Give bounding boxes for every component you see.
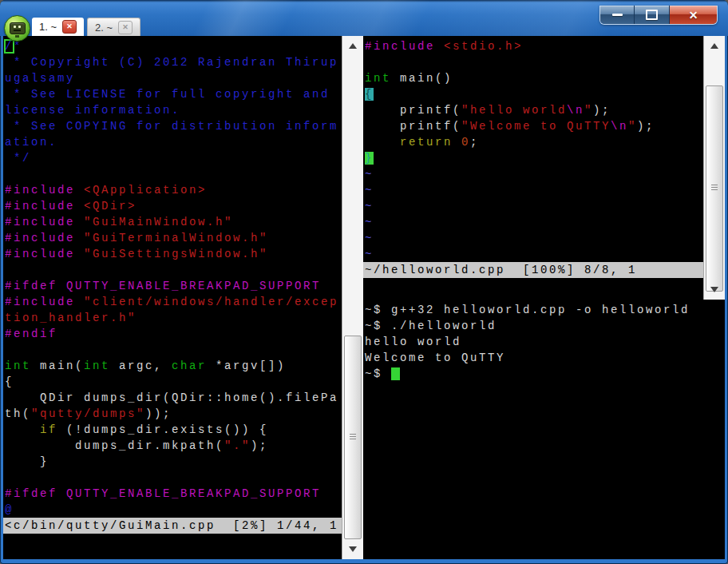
terminal-line: ~$ ./helloworld bbox=[363, 318, 725, 334]
code-segment bbox=[75, 216, 84, 228]
tab-1-close-icon[interactable]: ✕ bbox=[62, 20, 77, 34]
terminal-line: tion_handler.h" bbox=[3, 310, 342, 326]
terminal-line: * See LICENSE for full copyright and bbox=[3, 86, 342, 102]
terminal-pane-vim-helloworld[interactable]: #include <stdio.h>int main(){ printf("he… bbox=[363, 36, 725, 300]
code-segment: "GuiTerminalWindow.h" bbox=[84, 232, 268, 244]
terminal-line: { bbox=[363, 86, 703, 102]
code-segment: (!dumps_dir.exists()) { bbox=[57, 423, 268, 436]
maximize-icon bbox=[646, 10, 658, 20]
terminal-line: if (!dumps_dir.exists()) { bbox=[3, 422, 342, 438]
code-segment: ~$ bbox=[365, 367, 391, 380]
tab-2[interactable]: 2. ~ ✕ bbox=[87, 18, 140, 37]
code-segment bbox=[435, 40, 444, 53]
code-segment: ~ bbox=[365, 216, 374, 228]
code-segment: ~ bbox=[365, 184, 374, 197]
terminal-line: th("qutty/dumps")); bbox=[3, 406, 342, 422]
logo-mouth bbox=[14, 30, 21, 31]
code-segment: " bbox=[628, 120, 637, 133]
terminal-line: #include "GuiSettingsWindow.h" bbox=[3, 246, 342, 262]
code-segment: )); bbox=[145, 407, 172, 420]
terminal-line: Welcome to QuTTY bbox=[363, 350, 725, 366]
titlebar[interactable]: 1. ~ ✕ 2. ~ ✕ ✕ bbox=[0, 0, 728, 36]
code-segment: { bbox=[365, 88, 374, 101]
code-segment: \n bbox=[611, 120, 628, 133]
code-segment: ugalsamy bbox=[5, 72, 75, 85]
code-segment: if bbox=[40, 423, 57, 436]
vim-left-statusline: <c/bin/qutty/GuiMain.cpp [2%] 1/44, 1 bbox=[3, 518, 342, 534]
code-segment: * Copyright (C) 2012 Rajendran Thirup bbox=[5, 56, 338, 69]
qutty-logo-icon bbox=[10, 22, 26, 34]
terminal-line: */ bbox=[3, 150, 342, 166]
app-menu-icon[interactable] bbox=[4, 15, 30, 42]
code-segment: char bbox=[172, 359, 207, 372]
scroll-down-icon[interactable] bbox=[349, 546, 357, 552]
terminal-line: } bbox=[363, 150, 703, 166]
code-segment bbox=[453, 136, 461, 149]
terminal-line: ~ bbox=[363, 182, 703, 198]
terminal-line: return 0; bbox=[363, 134, 703, 150]
terminal-line bbox=[3, 262, 342, 278]
scroll-down-icon[interactable] bbox=[710, 287, 718, 292]
terminal-line: #include <stdio.h> bbox=[363, 38, 703, 54]
terminal-line: } bbox=[3, 454, 342, 470]
code-segment: Welcome to QuTTY bbox=[365, 352, 505, 364]
scroll-up-icon[interactable] bbox=[710, 43, 718, 49]
scrollbar-left[interactable] bbox=[342, 36, 363, 559]
logo-stand bbox=[15, 35, 19, 38]
terminal-line: #include "client/windows/handler/excep bbox=[3, 294, 342, 310]
code-segment: #endif bbox=[5, 328, 57, 340]
tab-1-label: 1. ~ bbox=[39, 21, 57, 33]
terminal-line: dumps_dir.mkpath("."); bbox=[3, 438, 342, 454]
code-segment: dumps_dir.mkpath( bbox=[5, 439, 224, 452]
tab-1[interactable]: 1. ~ ✕ bbox=[32, 18, 84, 36]
terminal-line: printf("hello world\n"); bbox=[363, 102, 703, 118]
cursor: } bbox=[365, 152, 374, 165]
code-segment: hello world bbox=[365, 336, 461, 348]
code-segment: * bbox=[14, 40, 22, 53]
qutty-window: 1. ~ ✕ 2. ~ ✕ ✕ /* * Copyright (C) 2012 … bbox=[0, 0, 728, 564]
code-segment: int bbox=[365, 72, 391, 85]
terminal-line: #endif bbox=[3, 326, 342, 342]
shell-buffer: ~$ g++32 helloworld.cpp -o helloworld~$ … bbox=[363, 302, 725, 382]
tab-bar: 1. ~ ✕ 2. ~ ✕ bbox=[32, 18, 140, 36]
terminal-line: * See COPYING for distribution inform bbox=[3, 118, 342, 134]
code-segment: printf( bbox=[365, 104, 461, 117]
scrollbar-right[interactable] bbox=[703, 36, 725, 300]
scrollbar-thumb-right[interactable] bbox=[706, 85, 723, 292]
terminal-line: #ifdef QUTTY_ENABLE_BREAKPAD_SUPPORT bbox=[3, 278, 342, 294]
code-segment: ~ bbox=[365, 232, 374, 244]
terminal-line: ~ bbox=[363, 198, 703, 214]
window-controls: ✕ bbox=[599, 6, 718, 25]
code-segment: printf( bbox=[365, 120, 461, 133]
terminal-pane-vim-guimain[interactable]: /* * Copyright (C) 2012 Rajendran Thirup… bbox=[3, 36, 363, 559]
terminal-line: printf("Welcome to QuTTY\n"); bbox=[363, 118, 703, 134]
scroll-up-icon[interactable] bbox=[349, 43, 357, 49]
terminal-pane-shell[interactable]: ~$ g++32 helloworld.cpp -o helloworld~$ … bbox=[363, 300, 725, 559]
maximize-button[interactable] bbox=[635, 6, 670, 24]
code-segment: { bbox=[5, 375, 14, 388]
code-segment: license information. bbox=[5, 104, 180, 117]
terminal-line: #include <QApplication> bbox=[3, 182, 342, 198]
terminal-line: ~ bbox=[363, 214, 703, 230]
tab-2-close-icon[interactable]: ✕ bbox=[118, 21, 133, 34]
logo-eye bbox=[18, 26, 21, 28]
code-segment: int bbox=[84, 359, 110, 372]
code-segment: #include bbox=[5, 248, 75, 260]
close-button[interactable]: ✕ bbox=[670, 6, 717, 24]
code-segment: ~$ g++32 helloworld.cpp -o helloworld bbox=[365, 304, 690, 316]
terminal-line: license information. bbox=[3, 102, 342, 118]
terminal-line: int main() bbox=[363, 70, 703, 86]
terminal-line: QDir dumps_dir(QDir::home().filePa bbox=[3, 390, 342, 406]
code-segment bbox=[75, 232, 84, 244]
scrollbar-thumb-left[interactable] bbox=[344, 336, 362, 539]
cursor bbox=[391, 367, 400, 380]
code-segment: #ifdef QUTTY_ENABLE_BREAKPAD_SUPPORT bbox=[5, 280, 321, 292]
terminal-line: ugalsamy bbox=[3, 70, 342, 86]
code-segment bbox=[75, 184, 84, 197]
terminal-line: #ifdef QUTTY_ENABLE_BREAKPAD_SUPPORT bbox=[3, 486, 342, 502]
code-segment: "hello world bbox=[461, 104, 567, 117]
code-segment bbox=[75, 200, 84, 212]
code-segment bbox=[75, 248, 84, 260]
code-segment: * See LICENSE for full copyright and bbox=[5, 88, 330, 101]
minimize-button[interactable] bbox=[600, 6, 635, 24]
